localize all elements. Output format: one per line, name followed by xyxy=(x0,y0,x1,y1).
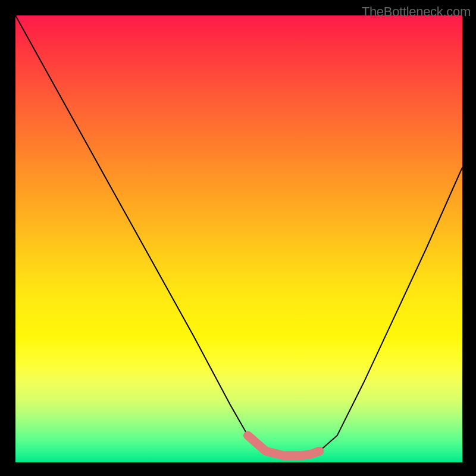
highlight-dot xyxy=(315,447,324,455)
bottleneck-curve xyxy=(15,15,462,456)
watermark-text: TheBottleneck.com xyxy=(362,4,471,20)
chart-container: TheBottleneck.com xyxy=(0,0,476,476)
chart-plot-area xyxy=(15,15,462,462)
highlight-band xyxy=(248,436,320,456)
chart-svg xyxy=(15,15,462,462)
